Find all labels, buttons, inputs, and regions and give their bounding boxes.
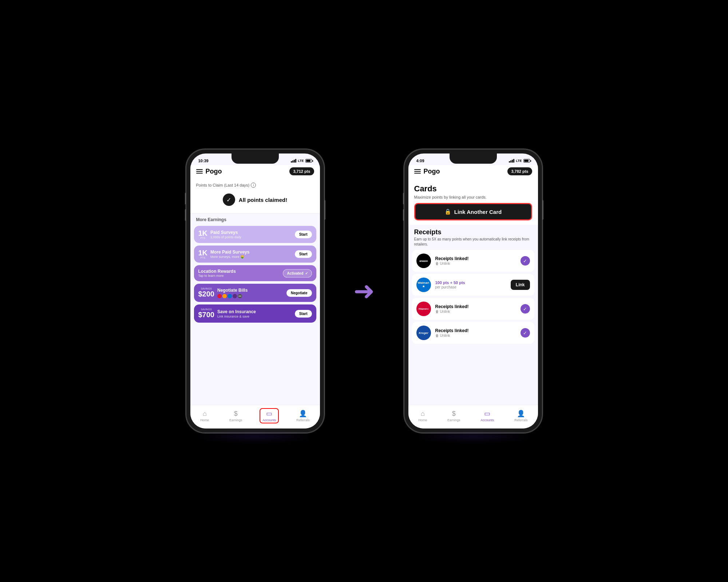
walgreens-logo: Walgreens <box>416 302 431 316</box>
time-2: 4:09 <box>416 159 424 163</box>
list-item: amazon Receipts linked! 🗑 Unlink ✓ <box>412 250 534 272</box>
hamburger-menu-2[interactable] <box>414 169 421 174</box>
list-item: Location Rewards Tap to learn more Activ… <box>194 265 316 281</box>
card-icon: ▭ <box>266 410 272 418</box>
signal-text-1: LTE <box>298 159 304 163</box>
unlink-action[interactable]: 🗑 Unlink <box>435 334 516 338</box>
receipt-status: Receipts linked! <box>435 304 516 309</box>
battery-icon-1 <box>305 159 312 163</box>
nav-earnings-1[interactable]: $ Earnings <box>226 408 245 423</box>
nav-label: Referrals <box>296 418 310 422</box>
all-claimed-text: All points claimed! <box>239 197 287 203</box>
unlink-action[interactable]: 🗑 Unlink <box>435 262 516 266</box>
person-icon: 👤 <box>299 410 307 418</box>
nav-label: Referrals <box>514 418 528 422</box>
trash-icon: 🗑 <box>435 334 439 338</box>
receipt-status: Receipts linked! <box>435 328 516 333</box>
cards-section: Cards Maximize points by linking all you… <box>408 179 538 225</box>
arrow-container: ➜ <box>353 278 375 304</box>
cards-subtitle: Maximize points by linking all your card… <box>408 194 538 203</box>
nav-label: Earnings <box>447 418 460 422</box>
nav-label: Accounts <box>262 418 276 422</box>
kroger-logo: Kroger <box>416 326 431 340</box>
nav-home-1[interactable]: ⌂ Home <box>197 408 212 423</box>
unlink-action[interactable]: 🗑 Unlink <box>435 310 516 314</box>
linked-check-icon: ✓ <box>521 328 530 338</box>
earn-sub: More surveys, more 🤑 <box>210 255 295 259</box>
signal-text-2: LTE <box>516 159 522 163</box>
earn-title: Save on Insurance <box>217 309 295 314</box>
earn-title: Paid Surveys <box>210 230 295 235</box>
partner-icons: ••• <box>217 294 286 298</box>
negotiate-button[interactable]: Negotiate <box>286 289 312 297</box>
earn-unit: PTS <box>198 237 208 239</box>
bottom-nav-1: ⌂ Home $ Earnings ▭ Accounts 👤 Referrals <box>190 405 320 428</box>
earn-unit: SAVINGS <box>198 287 215 290</box>
points-label: Points to Claim (Last 14 days) i <box>196 183 314 188</box>
pts-badge-1: 3,712 pts <box>289 167 314 175</box>
signal-icon-2 <box>509 159 514 163</box>
lock-icon: 🔒 <box>444 208 451 215</box>
logo-text-2: Pogo <box>424 168 440 175</box>
person-icon: 👤 <box>517 410 525 418</box>
nav-home-2[interactable]: ⌂ Home <box>415 408 430 423</box>
list-item: Walgreens Receipts linked! 🗑 Unlink ✓ <box>412 298 534 320</box>
nav-earnings-2[interactable]: $ Earnings <box>444 408 463 423</box>
logo-text-1: Pogo <box>206 168 222 175</box>
earn-sub: Tap to learn more <box>198 274 283 278</box>
earn-amount: $700 <box>198 311 215 319</box>
receipt-pts: 100 pts + 50 pts <box>435 280 506 285</box>
per-purchase: per purchase <box>435 285 506 289</box>
walmart-logo: Walmart★ <box>416 278 431 292</box>
more-earnings-label: More Earnings <box>190 214 320 224</box>
nav-label: Home <box>200 418 209 422</box>
nav-referrals-1[interactable]: 👤 Referrals <box>293 408 313 423</box>
dollar-icon: $ <box>452 410 456 418</box>
phone-1: 10:39 LTE <box>186 149 324 433</box>
link-button[interactable]: Link <box>511 280 530 290</box>
earn-unit: PTS <box>198 256 208 259</box>
earn-amount: $200 <box>198 290 215 298</box>
nav-referrals-2[interactable]: 👤 Referrals <box>511 408 531 423</box>
start-button[interactable]: Start <box>295 250 312 258</box>
activated-button[interactable]: Activated ✓ <box>283 269 312 278</box>
start-button[interactable]: Start <box>295 231 312 238</box>
earn-title: Location Rewards <box>198 269 283 274</box>
list-item: 1K PTS More Paid Surveys More surveys, m… <box>194 246 316 263</box>
start-button[interactable]: Start <box>295 310 312 318</box>
hamburger-menu-1[interactable] <box>196 169 203 174</box>
earn-title: More Paid Surveys <box>210 250 295 255</box>
receipts-section: Receipts Earn up to 5X as many points wh… <box>408 225 538 405</box>
list-item: 1K PTS Paid Surveys 1,000s of points dai… <box>194 226 316 243</box>
earn-amount: 1K <box>198 249 208 256</box>
earn-title: Negotiate Bills <box>217 288 286 293</box>
link-card-wrap: 🔒 Link Another Card <box>408 203 538 225</box>
house-icon: ⌂ <box>203 410 207 418</box>
app-header-1: Pogo 3,712 pts <box>190 165 320 179</box>
list-item: Walmart★ 100 pts + 50 pts per purchase L… <box>412 274 534 296</box>
app-logo-2: Pogo <box>414 168 440 175</box>
linked-check-icon: ✓ <box>521 256 530 266</box>
nav-accounts-2[interactable]: ▭ Accounts <box>478 408 497 423</box>
earn-amount: 1K <box>198 230 208 237</box>
check-icon: ✓ <box>223 194 235 206</box>
receipt-status: Receipts linked! <box>435 256 516 261</box>
cards-title: Cards <box>408 179 538 194</box>
phone-2: 4:09 LTE <box>404 149 542 433</box>
card-icon: ▭ <box>484 410 490 418</box>
scene: 10:39 LTE <box>0 0 728 582</box>
link-another-card-button[interactable]: 🔒 Link Another Card <box>414 203 532 220</box>
amazon-logo: amazon <box>416 254 431 268</box>
nav-accounts-1[interactable]: ▭ Accounts <box>260 408 279 423</box>
house-icon: ⌂ <box>421 410 425 418</box>
receipts-title: Receipts <box>412 225 534 237</box>
earn-sub: Link insurance & save <box>217 315 295 318</box>
nav-label: Earnings <box>229 418 242 422</box>
earnings-list: 1K PTS Paid Surveys 1,000s of points dai… <box>190 224 320 405</box>
app-header-2: Pogo 3,782 pts <box>408 165 538 179</box>
list-item: SAVINGS $700 Save on Insurance Link insu… <box>194 304 316 323</box>
linked-check-icon: ✓ <box>521 304 530 314</box>
info-icon: i <box>251 183 256 188</box>
list-item: SAVINGS $200 Negotiate Bills <box>194 284 316 302</box>
trash-icon: 🗑 <box>435 310 439 314</box>
